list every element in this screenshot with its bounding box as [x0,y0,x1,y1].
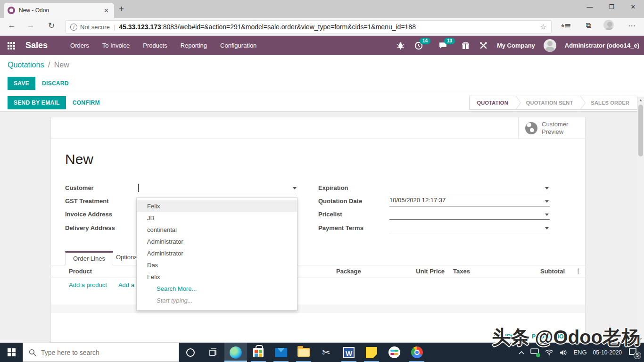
save-button[interactable]: SAVE [8,77,35,90]
chevron-down-icon[interactable] [545,214,549,216]
maximize-button[interactable]: ❐ [601,0,622,14]
scrollbar-thumb[interactable] [638,105,643,156]
dropdown-item[interactable]: continental [137,224,297,236]
taskbar-snipping-icon[interactable]: ✂ [315,343,338,362]
url-text[interactable]: 45.33.123.173:8083/web#id=&action=291&mo… [119,23,536,31]
browser-tab[interactable]: New - Odoo ✕ [4,3,114,18]
tools-icon[interactable] [479,41,488,50]
user-avatar[interactable] [544,39,556,52]
vertical-scrollbar[interactable]: ▲ ▼ [637,97,644,343]
activities-clock-icon[interactable]: 14 [414,41,423,50]
dropdown-item[interactable]: Felix [137,200,297,212]
bug-icon[interactable] [396,41,405,50]
col-unit-price[interactable]: Unit Price [414,268,445,275]
taskbar-word-icon[interactable]: W [338,343,360,362]
minimize-button[interactable]: — [579,0,601,14]
collections-icon[interactable]: ⧉ [586,21,591,30]
company-switcher[interactable]: My Company [497,42,535,49]
gift-icon[interactable] [461,41,471,50]
user-name[interactable]: Administrator (odoo14_e) [565,42,639,49]
taskbar-search[interactable] [23,343,179,362]
menu-configuration[interactable]: Configuration [220,42,256,49]
empty-list-row [51,304,585,313]
info-icon: i [70,24,77,31]
send-by-email-button[interactable]: SEND BY EMAIL [8,96,66,109]
search-input[interactable] [41,349,159,356]
status-step-quotation[interactable]: QUOTATION [469,96,516,110]
taskbar-slack-icon[interactable] [383,343,405,362]
taskbar-edge-icon[interactable] [224,343,247,362]
taskbar-chrome-icon[interactable] [405,343,428,362]
dropdown-item[interactable]: Felix [137,271,297,283]
dropdown-item[interactable]: Administrator [137,236,297,247]
status-bar: QUOTATION QUOTATION SENT SALES ORDER [469,96,637,110]
taskbar-stickynotes-icon[interactable] [360,343,383,362]
col-product[interactable]: Product [69,268,92,275]
tray-chevron-icon[interactable] [519,351,524,354]
close-tab-icon[interactable]: ✕ [102,7,110,14]
taskbar-store-icon[interactable] [247,343,270,362]
new-tab-button[interactable]: + [119,4,124,14]
col-subtotal[interactable]: Subtotal [527,268,565,275]
browser-tab-strip: New - Odoo ✕ + — ❐ ✕ [0,0,644,18]
status-step-quotation-sent[interactable]: QUOTATION SENT [516,96,581,110]
dropdown-item[interactable]: JB [137,212,297,224]
status-step-sales-order[interactable]: SALES ORDER [580,96,637,110]
add-product-link[interactable]: Add a product [69,281,107,288]
close-window-button[interactable]: ✕ [622,0,644,14]
menu-orders[interactable]: Orders [70,42,89,49]
col-package[interactable]: Package [336,268,361,275]
pricelist-input[interactable] [389,210,550,220]
label-invoice-address: Invoice Address [65,211,112,221]
scroll-up-icon[interactable]: ▲ [637,97,644,104]
column-options-icon[interactable]: ⋮ [575,267,581,274]
breadcrumb-quotations[interactable]: Quotations [8,61,44,69]
breadcrumb-separator: / [48,61,50,69]
control-panel-top: Quotations / New SAVE DISCARD [0,55,644,94]
quotation-date-input[interactable]: 10/05/2020 12:17:37 [389,197,550,206]
cortana-icon[interactable] [179,343,202,362]
more-menu-icon[interactable]: ⋯ [628,21,636,30]
control-panel-actions: SEND BY EMAIL CONFIRM QUOTATION QUOTATIO… [0,94,644,112]
profile-avatar-icon[interactable] [603,20,614,32]
label-expiration: Expiration [318,184,348,195]
bookmark-star-icon[interactable]: ☆ [540,23,546,31]
menu-products[interactable]: Products [143,42,167,49]
forward-icon[interactable]: → [25,21,37,30]
security-label: Not secure [80,24,110,31]
search-icon [29,349,36,356]
refresh-icon[interactable]: ↻ [45,21,58,31]
site-security[interactable]: i Not secure [70,24,110,31]
chevron-down-icon[interactable] [545,227,549,230]
activities-badge: 14 [420,38,430,44]
dropdown-item[interactable]: Administrator [137,247,297,259]
dropdown-item[interactable]: Das [137,259,297,271]
app-name[interactable]: Sales [25,41,48,50]
chevron-down-icon[interactable] [545,187,549,189]
chevron-down-icon[interactable] [293,187,297,189]
discard-button[interactable]: DISCARD [42,80,69,87]
messages-icon[interactable]: 13 [438,41,448,50]
address-bar[interactable]: i Not secure | 45.33.123.173:8083/web#id… [65,20,552,33]
apps-menu-icon[interactable] [8,42,15,49]
menu-reporting[interactable]: Reporting [181,42,207,49]
taskbar-explorer-icon[interactable] [292,343,315,362]
label-delivery-address: Delivery Address [65,224,115,235]
favorites-bar-icon[interactable]: ⭒☰ [561,21,570,30]
label-payment-terms: Payment Terms [318,224,363,235]
customer-input[interactable] [137,183,297,193]
confirm-button[interactable]: CONFIRM [73,99,100,106]
expiration-input[interactable] [389,183,550,193]
chevron-down-icon[interactable] [545,200,549,203]
taskbar-mail-icon[interactable] [270,343,292,362]
start-button[interactable] [0,343,23,362]
task-view-icon[interactable] [202,343,224,362]
tab-order-lines[interactable]: Order Lines [65,251,113,265]
browser-toolbar: ← → ↻ i Not secure | 45.33.123.173:8083/… [0,18,644,36]
search-more-link[interactable]: Search More... [137,283,297,295]
customer-preview-button[interactable]: Customer Preview [518,117,585,139]
col-taxes[interactable]: Taxes [453,268,470,275]
back-icon[interactable]: ← [6,21,18,30]
payment-terms-input[interactable] [389,223,550,233]
menu-to-invoice[interactable]: To Invoice [102,42,130,49]
